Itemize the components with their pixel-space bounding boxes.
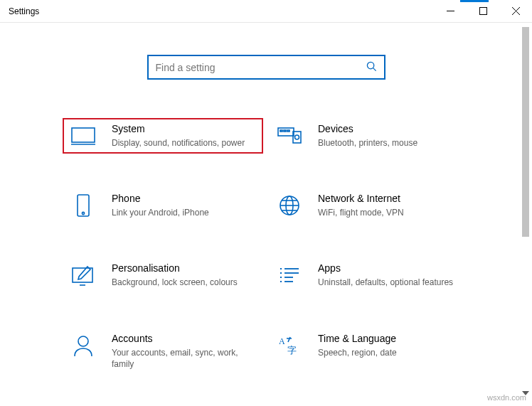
svg-rect-14 xyxy=(78,195,89,216)
tile-title: Time & Language xyxy=(318,333,462,344)
watermark: wsxdn.com xyxy=(487,393,526,402)
search-icon xyxy=(366,61,377,74)
svg-text:A: A xyxy=(279,336,285,346)
settings-grid: System Display, sound, notifications, po… xyxy=(0,119,532,374)
window-controls xyxy=(434,0,532,22)
tile-devices[interactable]: Devices Bluetooth, printers, mouse xyxy=(270,119,469,153)
tile-title: Apps xyxy=(318,262,462,274)
tile-desc: Background, lock screen, colours xyxy=(112,277,255,288)
tile-title: Accounts xyxy=(112,333,255,344)
minimize-button[interactable] xyxy=(434,0,467,22)
content-area: System Display, sound, notifications, po… xyxy=(0,23,532,406)
accounts-icon xyxy=(70,333,96,358)
tile-apps[interactable]: Apps Uninstall, defaults, optional featu… xyxy=(270,258,469,292)
network-icon xyxy=(277,193,302,218)
tile-accounts[interactable]: Accounts Your accounts, email, sync, wor… xyxy=(63,328,262,374)
tile-desc: Uninstall, defaults, optional features xyxy=(318,277,462,288)
tile-title: Network & Internet xyxy=(318,193,462,204)
svg-rect-6 xyxy=(72,128,95,142)
scrollbar[interactable] xyxy=(521,27,531,386)
tile-title: Personalisation xyxy=(112,262,255,274)
search-input[interactable] xyxy=(156,56,366,78)
tile-title: System xyxy=(112,123,255,134)
search-container xyxy=(0,55,532,80)
svg-point-31 xyxy=(78,336,88,346)
svg-rect-9 xyxy=(280,130,282,132)
tile-system[interactable]: System Display, sound, notifications, po… xyxy=(63,119,262,153)
tile-time-language[interactable]: A 字 Time & Language Speech, region, date xyxy=(270,328,469,374)
tile-desc: Bluetooth, printers, mouse xyxy=(318,137,462,149)
svg-line-5 xyxy=(373,68,376,70)
svg-text:字: 字 xyxy=(287,345,297,356)
close-icon xyxy=(512,7,520,15)
svg-rect-1 xyxy=(479,8,486,15)
tile-title: Devices xyxy=(318,123,462,134)
phone-icon xyxy=(70,193,96,218)
tile-desc: Display, sound, notifications, power xyxy=(112,137,255,149)
accent-strip xyxy=(460,0,489,2)
time-language-icon: A 字 xyxy=(277,333,302,358)
close-button[interactable] xyxy=(499,0,532,22)
svg-point-4 xyxy=(367,62,373,68)
svg-rect-10 xyxy=(284,130,286,132)
system-icon xyxy=(70,123,96,149)
titlebar: Settings xyxy=(0,0,532,22)
tile-personalisation[interactable]: Personalisation Background, lock screen,… xyxy=(63,258,262,292)
tile-phone[interactable]: Phone Link your Android, iPhone xyxy=(63,188,262,223)
minimize-icon xyxy=(447,7,454,15)
tile-desc: Link your Android, iPhone xyxy=(112,207,255,218)
apps-icon xyxy=(277,262,302,288)
maximize-button[interactable] xyxy=(467,0,499,22)
window-title: Settings xyxy=(9,6,39,16)
svg-point-15 xyxy=(82,213,84,215)
personalisation-icon xyxy=(70,262,96,288)
devices-icon xyxy=(277,123,302,149)
tile-network[interactable]: Network & Internet WiFi, flight mode, VP… xyxy=(270,188,469,223)
maximize-icon xyxy=(479,7,487,15)
scrollbar-thumb[interactable] xyxy=(522,27,529,237)
tile-desc: Speech, region, date xyxy=(318,347,462,358)
tile-desc: WiFi, flight mode, VPN xyxy=(318,207,462,218)
svg-rect-11 xyxy=(287,130,289,132)
svg-point-13 xyxy=(295,135,299,139)
tile-desc: Your accounts, email, sync, work, family xyxy=(112,347,255,370)
search-box[interactable] xyxy=(147,55,385,80)
tile-title: Phone xyxy=(112,193,255,204)
